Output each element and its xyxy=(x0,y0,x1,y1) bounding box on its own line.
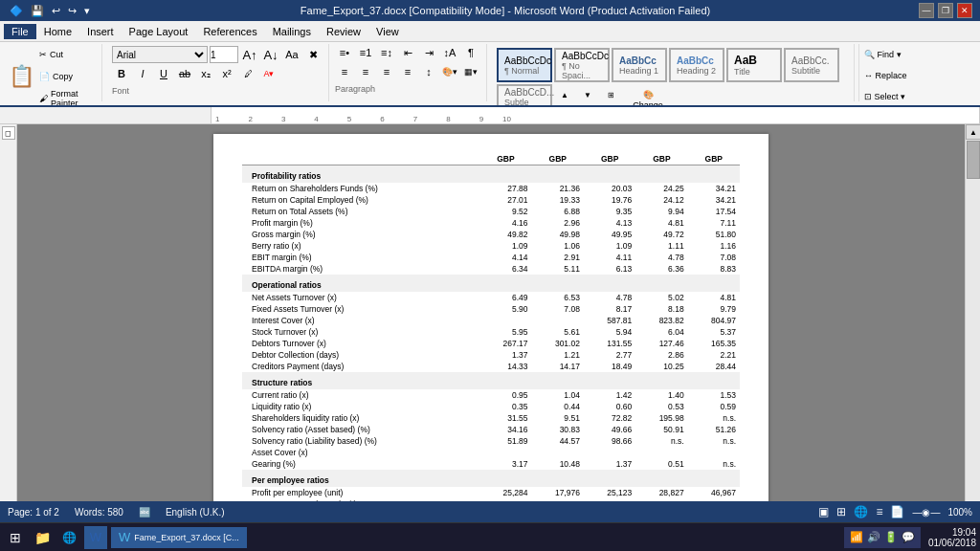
font-name-selector[interactable]: Arial xyxy=(112,46,208,63)
row-value-1: 14.33 xyxy=(479,361,531,372)
vertical-scrollbar[interactable]: ▲ ▼ xyxy=(965,124,980,530)
styles-scroll-down[interactable]: ▼ xyxy=(577,84,598,105)
row-value-3: 49.95 xyxy=(584,229,635,240)
view-draft[interactable]: 📄 xyxy=(890,505,904,518)
styles-scroll-up[interactable]: ▲ xyxy=(554,84,575,105)
view-print[interactable]: ▣ xyxy=(818,505,829,518)
grow-font-button[interactable]: A↑ xyxy=(240,46,259,63)
col-header-4: GBP xyxy=(635,153,687,165)
view-outline[interactable]: ≡ xyxy=(876,505,882,518)
style-subtle-em[interactable]: AaBbCcD... Subtle Em... xyxy=(497,84,552,107)
row-label: Solvency ratio (Liability based) (%) xyxy=(242,435,479,447)
word-taskbar-button[interactable]: W xyxy=(84,526,107,549)
row-value-1: 1.09 xyxy=(479,240,531,252)
style-heading2[interactable]: AaBbCc Heading 2 xyxy=(669,48,724,82)
increase-indent-button[interactable]: ⇥ xyxy=(419,44,438,61)
sort-button[interactable]: ↕A xyxy=(440,44,459,61)
menu-page-layout[interactable]: Page Layout xyxy=(122,24,196,39)
taskbar-right: 📶 🔊 🔋 💬 19:04 01/06/2018 xyxy=(844,527,976,548)
align-left-button[interactable]: ≡ xyxy=(335,63,354,80)
menu-mailings[interactable]: Mailings xyxy=(265,24,319,39)
start-button[interactable]: ⊞ xyxy=(4,526,27,549)
save-btn[interactable]: 💾 xyxy=(29,5,46,17)
row-label: Current ratio (x) xyxy=(242,389,479,401)
shrink-font-button[interactable]: A↓ xyxy=(261,46,280,63)
undo-btn[interactable]: ↩ xyxy=(50,5,62,17)
qat-dropdown[interactable]: ▾ xyxy=(82,5,92,17)
style-subtitle[interactable]: AaBbCc. Subtitle xyxy=(784,48,839,82)
font-size-input[interactable] xyxy=(210,46,238,63)
row-value-2: 1.21 xyxy=(532,349,584,361)
styles-expand[interactable]: ⊞ xyxy=(600,84,621,105)
justify-button[interactable]: ≡ xyxy=(398,63,417,80)
view-web[interactable]: 🌐 xyxy=(854,505,868,518)
row-value-3: 8.17 xyxy=(584,303,635,315)
style-heading1[interactable]: AaBbCc Heading 1 xyxy=(612,48,667,82)
row-label: Profit per employee (unit) xyxy=(242,487,479,498)
shading-button[interactable]: 🎨▾ xyxy=(440,63,459,80)
decrease-indent-button[interactable]: ⇤ xyxy=(398,44,417,61)
bold-button[interactable]: B xyxy=(112,65,131,82)
scroll-up-button[interactable]: ▲ xyxy=(966,124,980,140)
row-label: Liquidity ratio (x) xyxy=(242,401,479,412)
redo-btn[interactable]: ↪ xyxy=(66,5,78,17)
bullets-button[interactable]: ≡• xyxy=(335,44,354,61)
cut-button[interactable]: ✂ Cut xyxy=(38,44,96,65)
quick-access-toolbar[interactable]: 🔷 💾 ↩ ↪ ▾ xyxy=(8,0,92,21)
style-title[interactable]: AaB Title xyxy=(726,48,782,82)
minimize-button[interactable]: — xyxy=(919,3,934,18)
file-explorer-button[interactable]: 📁 xyxy=(31,526,54,549)
select-button[interactable]: ⊡ Select ▾ xyxy=(863,86,930,107)
menu-bar: File Home Insert Page Layout References … xyxy=(0,21,980,42)
word-window-button[interactable]: W Fame_Export_37.docx [C... xyxy=(111,527,247,548)
change-styles-button[interactable]: 🎨 ChangeStyles ▾ xyxy=(627,84,669,107)
menu-home[interactable]: Home xyxy=(36,24,79,39)
table-row: Profit margin (%)4.162.964.134.817.11 xyxy=(242,217,740,229)
row-value-1: 4.16 xyxy=(479,217,531,229)
multilevel-button[interactable]: ≡↕ xyxy=(377,44,396,61)
numbering-button[interactable]: ≡1 xyxy=(356,44,375,61)
notification-icon[interactable]: 💬 xyxy=(902,531,915,543)
borders-button[interactable]: ▦▾ xyxy=(461,63,480,80)
superscript-button[interactable]: x² xyxy=(217,65,236,82)
underline-button[interactable]: U xyxy=(154,65,173,82)
scroll-thumb[interactable] xyxy=(967,141,980,179)
scroll-track[interactable] xyxy=(966,140,980,515)
page-container[interactable]: GBP GBP GBP GBP GBP Profitability ratios… xyxy=(17,124,965,530)
menu-file[interactable]: File xyxy=(4,24,36,39)
find-button[interactable]: 🔍 Find ▾ xyxy=(863,44,930,65)
align-right-button[interactable]: ≡ xyxy=(377,63,396,80)
menu-view[interactable]: View xyxy=(368,24,407,39)
menu-review[interactable]: Review xyxy=(319,24,368,39)
text-highlight-button[interactable]: 🖊 xyxy=(238,65,257,82)
replace-button[interactable]: ↔ Replace xyxy=(863,65,930,86)
table-row: Debtors Turnover (x)267.17301.02131.5512… xyxy=(242,338,740,349)
paste-button[interactable]: 📋 xyxy=(6,55,36,98)
strikethrough-button[interactable]: ab xyxy=(175,65,194,82)
clear-format-button[interactable]: ✖ xyxy=(303,46,323,63)
style-no-spacing[interactable]: AaBbCcDc ¶ No Spaci... xyxy=(554,48,610,82)
row-label: EBIT margin (%) xyxy=(242,252,479,263)
select-content-btn[interactable]: ◻ xyxy=(2,126,15,140)
font-color-button[interactable]: A▾ xyxy=(259,65,278,82)
row-value-4: 24.12 xyxy=(635,194,687,206)
copy-button[interactable]: 📄 Copy xyxy=(38,66,96,87)
subscript-button[interactable]: x₂ xyxy=(196,65,215,82)
row-value-3: 98.66 xyxy=(584,435,635,447)
row-value-3: 1.42 xyxy=(584,389,635,401)
italic-button[interactable]: I xyxy=(133,65,152,82)
style-normal[interactable]: AaBbCcDc ¶ Normal xyxy=(497,48,552,82)
restore-button[interactable]: ❐ xyxy=(938,3,953,18)
align-center-button[interactable]: ≡ xyxy=(356,63,375,80)
close-button[interactable]: ✕ xyxy=(957,3,972,18)
view-full[interactable]: ⊞ xyxy=(836,505,846,518)
change-case-button[interactable]: Aa xyxy=(282,46,301,63)
menu-references[interactable]: References xyxy=(195,24,264,39)
zoom-slider[interactable]: —◉— xyxy=(912,507,940,518)
line-spacing-button[interactable]: ↕ xyxy=(419,63,438,80)
show-marks-button[interactable]: ¶ xyxy=(461,44,480,61)
menu-insert[interactable]: Insert xyxy=(79,24,122,39)
page-status: Page: 1 of 2 xyxy=(8,507,59,518)
format-painter-button[interactable]: 🖌 Format Painter xyxy=(38,88,96,107)
browser-button[interactable]: 🌐 xyxy=(57,526,80,549)
